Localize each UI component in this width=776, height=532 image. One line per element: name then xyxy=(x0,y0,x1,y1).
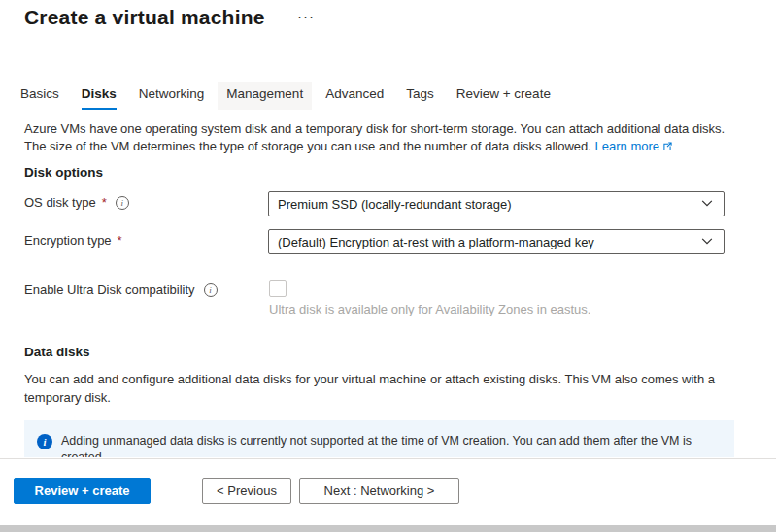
encryption-type-label: Encryption type * xyxy=(24,233,122,248)
footer-divider xyxy=(0,458,776,459)
tab-management[interactable]: Management xyxy=(218,82,312,110)
ultra-disk-checkbox[interactable] xyxy=(269,280,287,297)
previous-button[interactable]: < Previous xyxy=(202,478,291,504)
intro-text: Azure VMs have one operating system disk… xyxy=(24,120,745,156)
tab-networking[interactable]: Networking xyxy=(139,82,205,110)
external-link-icon xyxy=(662,139,673,156)
ultra-disk-helper-text: Ultra disk is available only for Availab… xyxy=(269,302,590,316)
more-options-button[interactable]: ··· xyxy=(297,8,315,24)
tab-tags[interactable]: Tags xyxy=(406,82,434,110)
os-disk-type-value: Premium SSD (locally-redundant storage) xyxy=(278,197,512,212)
tab-disks[interactable]: Disks xyxy=(82,82,117,110)
next-networking-button[interactable]: Next : Networking > xyxy=(299,478,459,504)
info-banner-text: Adding unmanaged data disks is currently… xyxy=(61,433,702,457)
tab-advanced[interactable]: Advanced xyxy=(325,82,384,110)
info-filled-icon: i xyxy=(37,434,52,449)
review-create-button[interactable]: Review + create xyxy=(14,478,151,504)
info-icon[interactable]: i xyxy=(204,283,218,297)
encryption-type-label-text: Encryption type xyxy=(24,233,112,248)
chevron-down-icon xyxy=(700,196,714,213)
bottom-scrollbar[interactable] xyxy=(0,525,776,532)
data-disks-description: You can add and configure additional dat… xyxy=(24,370,729,407)
os-disk-type-label-text: OS disk type xyxy=(24,195,96,210)
ultra-disk-label-text: Enable Ultra Disk compatibility xyxy=(24,283,195,297)
encryption-type-value: (Default) Encryption at-rest with a plat… xyxy=(278,235,594,249)
learn-more-link[interactable]: Learn more xyxy=(595,139,659,153)
info-banner: i Adding unmanaged data disks is current… xyxy=(24,420,734,457)
tab-review-create[interactable]: Review + create xyxy=(456,82,551,110)
required-asterisk: * xyxy=(102,195,107,210)
encryption-type-dropdown[interactable]: (Default) Encryption at-rest with a plat… xyxy=(268,229,725,254)
os-disk-type-label: OS disk type * i xyxy=(24,195,129,210)
os-disk-type-dropdown[interactable]: Premium SSD (locally-redundant storage) xyxy=(268,191,725,216)
chevron-down-icon xyxy=(700,234,714,250)
required-asterisk: * xyxy=(118,233,122,248)
data-disks-heading: Data disks xyxy=(24,345,90,359)
tab-basics[interactable]: Basics xyxy=(20,82,59,110)
disk-options-heading: Disk options xyxy=(24,165,103,180)
wizard-tabs: Basics Disks Networking Management Advan… xyxy=(20,82,551,110)
page-title: Create a virtual machine xyxy=(24,6,265,29)
info-icon[interactable]: i xyxy=(116,196,129,210)
ultra-disk-label: Enable Ultra Disk compatibility i xyxy=(24,283,218,297)
